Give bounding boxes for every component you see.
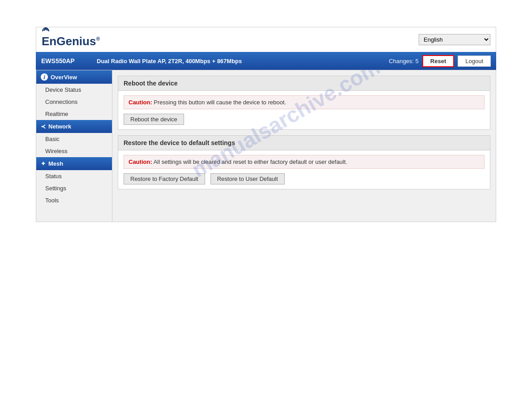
sidebar-item-wireless[interactable]: Wireless <box>36 145 112 157</box>
nav-model: EWS550AP <box>41 57 86 64</box>
restore-caution-row: Caution: All settings will be cleared an… <box>124 155 485 169</box>
sidebar-item-realtime[interactable]: Realtime <box>36 108 112 120</box>
restore-title: Restore the device to default settings <box>118 136 490 150</box>
main-container: i OverView Device Status Connections Rea… <box>36 70 496 222</box>
content-wrapper: manualsarchive.com Reboot the device Cau… <box>112 70 496 205</box>
logo-text: EnGenius® <box>42 34 100 48</box>
nav-changes: Changes: 5 <box>389 58 419 64</box>
wifi-icon <box>42 26 50 33</box>
reboot-caution-label: Caution: <box>129 99 152 106</box>
restore-caution-label: Caution: <box>129 158 152 165</box>
restore-section: Restore the device to default settings C… <box>118 135 490 189</box>
sidebar-item-tools[interactable]: Tools <box>36 194 112 206</box>
restore-buttons: Restore to Factory Default Restore to Us… <box>124 173 485 184</box>
reboot-caution-text: Pressing this button will cause the devi… <box>154 99 286 106</box>
sidebar-item-device-status[interactable]: Device Status <box>36 84 112 96</box>
reboot-button[interactable]: Reboot the device <box>124 114 184 125</box>
content-area: manualsarchive.com Reboot the device Cau… <box>112 70 496 222</box>
sidebar-network-label: Network <box>48 123 71 130</box>
sidebar: i OverView Device Status Connections Rea… <box>36 70 112 222</box>
sidebar-section-mesh[interactable]: ✦ Mesh <box>36 157 112 170</box>
sidebar-item-status[interactable]: Status <box>36 170 112 182</box>
sidebar-section-network[interactable]: ≺ Network <box>36 120 112 133</box>
header-bar: EnGenius® EnglishChineseJapanese <box>36 27 496 52</box>
logout-button[interactable]: Logout <box>458 56 491 67</box>
sidebar-item-settings[interactable]: Settings <box>36 182 112 194</box>
reboot-caution-row: Caution: Pressing this button will cause… <box>124 95 485 109</box>
restore-content: Caution: All settings will be cleared an… <box>118 150 490 189</box>
nav-bar: EWS550AP Dual Radio Wall Plate AP, 2T2R,… <box>36 52 496 70</box>
mesh-icon: ✦ <box>41 160 46 167</box>
info-icon: i <box>41 73 48 81</box>
reset-button[interactable]: Reset <box>422 55 454 67</box>
sidebar-section-overview[interactable]: i OverView <box>36 70 112 84</box>
restore-caution-text: All settings will be cleared and reset t… <box>154 158 348 165</box>
lang-selector: EnglishChineseJapanese <box>419 34 490 45</box>
reboot-content: Caution: Pressing this button will cause… <box>118 91 490 129</box>
restore-factory-button[interactable]: Restore to Factory Default <box>124 173 205 184</box>
network-icon: ≺ <box>41 123 46 130</box>
sidebar-item-connections[interactable]: Connections <box>36 96 112 108</box>
nav-description: Dual Radio Wall Plate AP, 2T2R, 400Mbps … <box>97 58 389 64</box>
reboot-section: Reboot the device Caution: Pressing this… <box>118 76 490 130</box>
sidebar-item-basic[interactable]: Basic <box>36 133 112 145</box>
logo-area: EnGenius® <box>42 31 100 48</box>
reboot-title: Reboot the device <box>118 76 490 91</box>
sidebar-overview-label: OverView <box>51 74 77 81</box>
sidebar-mesh-label: Mesh <box>48 160 63 167</box>
restore-user-button[interactable]: Restore to User Default <box>210 173 285 184</box>
language-select[interactable]: EnglishChineseJapanese <box>419 34 490 45</box>
